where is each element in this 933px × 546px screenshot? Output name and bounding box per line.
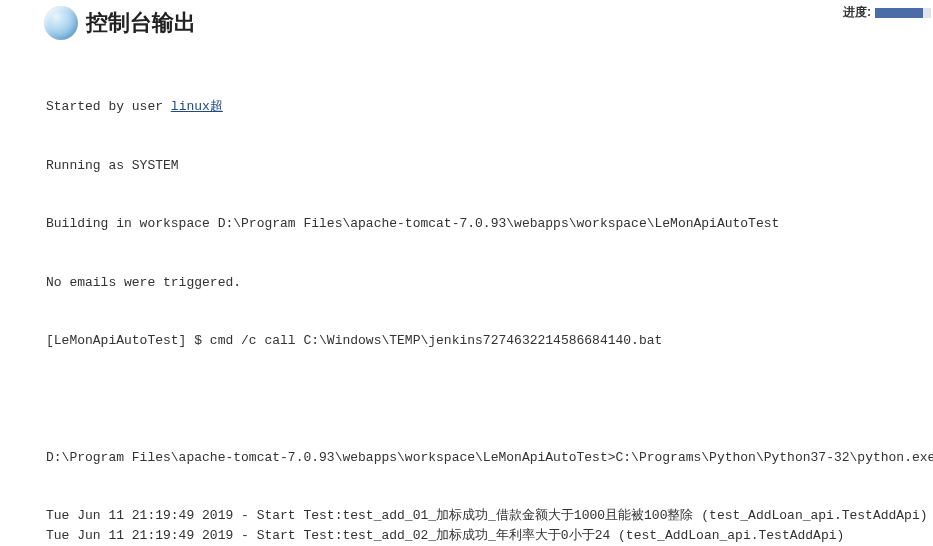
console-line-blank	[46, 390, 933, 409]
progress-fill	[875, 8, 923, 18]
console-line-workspace: Building in workspace D:\Program Files\a…	[46, 214, 933, 234]
started-prefix: Started by user	[46, 99, 171, 114]
console-output: Started by user linux超 Running as SYSTEM…	[0, 48, 933, 546]
console-line-test: Tue Jun 11 21:19:49 2019 - Start Test:te…	[46, 506, 933, 526]
console-line-test: Tue Jun 11 21:19:49 2019 - Start Test:te…	[46, 526, 933, 546]
console-line-emails: No emails were triggered.	[46, 273, 933, 293]
console-line-started: Started by user linux超	[46, 97, 933, 117]
page-title: 控制台输出	[86, 8, 196, 38]
console-line-cmd: [LeMonApiAutoTest] $ cmd /c call C:\Wind…	[46, 331, 933, 351]
console-line-running: Running as SYSTEM	[46, 156, 933, 176]
console-test-lines: Tue Jun 11 21:19:49 2019 - Start Test:te…	[46, 506, 933, 546]
user-link[interactable]: linux超	[171, 99, 223, 114]
console-orb-icon	[44, 6, 78, 40]
progress-area: 进度:	[843, 4, 931, 21]
progress-label: 进度:	[843, 4, 871, 21]
progress-bar	[875, 8, 931, 18]
page-header: 控制台输出	[0, 0, 933, 48]
console-line-exec: D:\Program Files\apache-tomcat-7.0.93\we…	[46, 448, 933, 468]
